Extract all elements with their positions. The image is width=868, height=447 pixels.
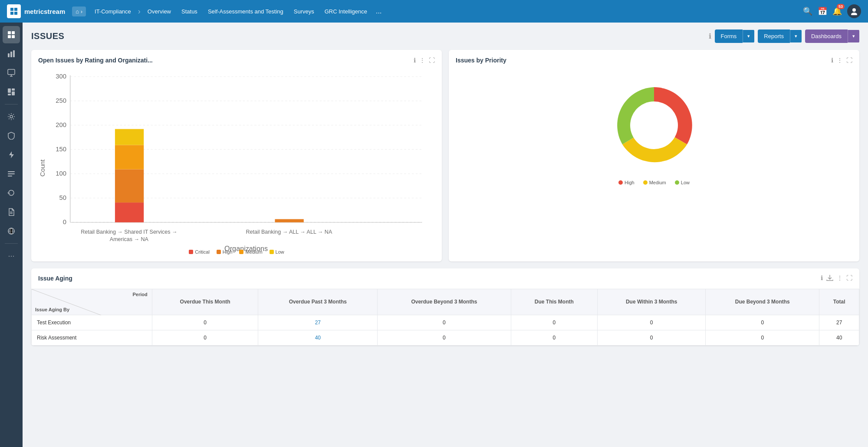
bar-segment-high-1 xyxy=(115,169,144,202)
svg-point-18 xyxy=(10,115,13,118)
sidebar-item-document[interactable] xyxy=(3,203,20,221)
sidebar-item-dashboard[interactable] xyxy=(3,83,20,101)
forms-button[interactable]: Forms xyxy=(715,29,743,43)
issue-aging-icons: ℹ ⋮ ⛶ xyxy=(821,274,852,283)
col-due-within-3: Due Within 3 Months xyxy=(598,289,706,315)
donut-container: High Medium Low xyxy=(456,69,852,194)
bar-chart-card: Open Issues by Rating and Organizati... … xyxy=(31,50,442,261)
bar-chart-more-icon[interactable]: ⋮ xyxy=(419,57,425,64)
issue-aging-more-icon[interactable]: ⋮ xyxy=(837,274,843,283)
aging-table: Period Issue Aging By Overdue This Month… xyxy=(31,289,859,346)
nav-item-status[interactable]: Status xyxy=(176,6,203,17)
row-risk-assessment-overdue-month: 0 xyxy=(152,330,258,345)
svg-rect-8 xyxy=(8,35,11,38)
sidebar-item-chart[interactable] xyxy=(3,45,20,62)
sidebar-item-shield[interactable] xyxy=(3,127,20,144)
col-overdue-beyond-3: Overdue Beyond 3 Months xyxy=(378,289,511,315)
svg-text:50: 50 xyxy=(59,194,66,201)
dashboards-btn-group: Dashboards ▾ xyxy=(805,29,859,43)
dashboards-dropdown-button[interactable]: ▾ xyxy=(848,30,859,42)
search-icon[interactable]: 🔍 xyxy=(803,7,812,16)
donut-chart-info-icon[interactable]: ℹ xyxy=(831,57,833,64)
row-risk-assessment-label: Risk Assessment xyxy=(32,330,152,345)
sidebar-item-globe[interactable] xyxy=(3,222,20,240)
donut-legend-high: High xyxy=(618,180,635,185)
sidebar-item-refresh[interactable] xyxy=(3,184,20,202)
donut-chart-card: Issues by Priority ℹ ⋮ ⛶ xyxy=(449,50,859,261)
sidebar-item-ellipsis[interactable]: ··· xyxy=(3,247,20,264)
row-risk-assessment-overdue-past3[interactable]: 40 xyxy=(258,330,378,345)
svg-rect-20 xyxy=(8,173,15,174)
page-title: ISSUES xyxy=(31,31,64,41)
svg-text:300: 300 xyxy=(56,73,66,80)
col-total: Total xyxy=(819,289,859,315)
svg-rect-1 xyxy=(14,8,17,11)
page-info-icon[interactable]: ℹ xyxy=(709,32,711,40)
bar-chart-svg-container: Count 0 50 xyxy=(38,69,435,254)
nav-item-grc[interactable]: GRC Intelligence xyxy=(319,6,372,17)
sidebar: ··· xyxy=(0,23,23,447)
logo-icon xyxy=(7,4,21,18)
table-row: Risk Assessment 0 40 0 0 0 0 40 xyxy=(32,330,859,345)
logo-text: metricstream xyxy=(24,8,65,15)
donut-legend-medium: Medium xyxy=(643,180,666,185)
sidebar-divider xyxy=(5,104,18,104)
bar-segment-critical-1 xyxy=(115,202,144,222)
nav-items: ⌂ › IT-Compliance › Overview Status Self… xyxy=(72,5,803,18)
nav-item-overview[interactable]: Overview xyxy=(142,6,176,17)
issue-aging-expand-icon[interactable]: ⛶ xyxy=(846,274,852,283)
forms-dropdown-button[interactable]: ▾ xyxy=(743,30,754,42)
donut-legend-high-label: High xyxy=(625,180,635,185)
sidebar-item-bolt[interactable] xyxy=(3,146,20,163)
row-test-execution-label: Test Execution xyxy=(32,315,152,330)
legend-low: Low xyxy=(270,249,284,254)
page-header: ISSUES ℹ Forms ▾ Reports ▾ Dashboards ▾ xyxy=(31,29,859,43)
svg-rect-14 xyxy=(8,88,11,93)
issue-aging-by-label: Issue Aging By xyxy=(35,307,69,312)
donut-chart-more-icon[interactable]: ⋮ xyxy=(837,57,843,64)
user-avatar[interactable] xyxy=(847,4,861,18)
bar-chart-header: Open Issues by Rating and Organizati... … xyxy=(38,57,435,64)
col-overdue-this-month: Overdue This Month xyxy=(152,289,258,315)
issue-aging-download-icon[interactable] xyxy=(826,274,833,283)
issue-aging-info-icon[interactable]: ℹ xyxy=(821,274,823,283)
reports-button[interactable]: Reports xyxy=(758,29,790,43)
svg-rect-10 xyxy=(8,53,10,57)
calendar-icon[interactable]: 📅 xyxy=(818,7,827,16)
bar-chart-info-icon[interactable]: ℹ xyxy=(414,57,416,64)
nav-item-more[interactable]: ... xyxy=(372,5,385,18)
donut-chart-header: Issues by Priority ℹ ⋮ ⛶ xyxy=(456,57,852,64)
svg-text:Retail Banking → ALL → ALL → N: Retail Banking → ALL → ALL → NA xyxy=(246,229,332,235)
donut-chart-expand-icon[interactable]: ⛶ xyxy=(846,57,852,64)
bar-chart-expand-icon[interactable]: ⛶ xyxy=(429,57,435,64)
sidebar-item-monitor[interactable] xyxy=(3,64,20,82)
bar-segment-high-2 xyxy=(275,219,303,222)
row-test-execution-due-beyond3: 0 xyxy=(706,315,819,330)
col-due-beyond-3: Due Beyond 3 Months xyxy=(706,289,819,315)
legend-high: High xyxy=(217,249,233,254)
breadcrumb-separator2: › xyxy=(138,7,141,16)
bar-segment-low-1 xyxy=(115,129,144,145)
svg-text:150: 150 xyxy=(56,146,66,153)
bar-chart-svg: Count 0 50 xyxy=(38,69,435,248)
sidebar-item-settings[interactable] xyxy=(3,108,20,125)
sidebar-item-grid[interactable] xyxy=(3,26,20,43)
logo-area[interactable]: metricstream xyxy=(7,4,65,18)
row-risk-assessment-due-beyond3: 0 xyxy=(706,330,819,345)
svg-text:250: 250 xyxy=(56,97,66,104)
row-test-execution-overdue-past3[interactable]: 27 xyxy=(258,315,378,330)
nav-item-surveys[interactable]: Surveys xyxy=(289,6,319,17)
donut-svg xyxy=(606,78,702,173)
reports-btn-group: Reports ▾ xyxy=(758,29,802,43)
notifications-icon[interactable]: 🔔 53 xyxy=(832,7,842,16)
svg-rect-17 xyxy=(8,94,11,95)
dashboards-button[interactable]: Dashboards xyxy=(805,29,848,43)
reports-dropdown-button[interactable]: ▾ xyxy=(790,30,802,42)
sidebar-item-list[interactable] xyxy=(3,165,20,183)
donut-legend: High Medium Low xyxy=(618,180,690,185)
home-nav-item[interactable]: ⌂ › xyxy=(72,7,86,16)
svg-rect-2 xyxy=(10,12,13,15)
nav-item-it-compliance[interactable]: IT-Compliance xyxy=(89,6,136,17)
legend-medium: Medium xyxy=(239,249,262,254)
nav-item-self-assessments[interactable]: Self-Assessments and Testing xyxy=(203,6,289,17)
